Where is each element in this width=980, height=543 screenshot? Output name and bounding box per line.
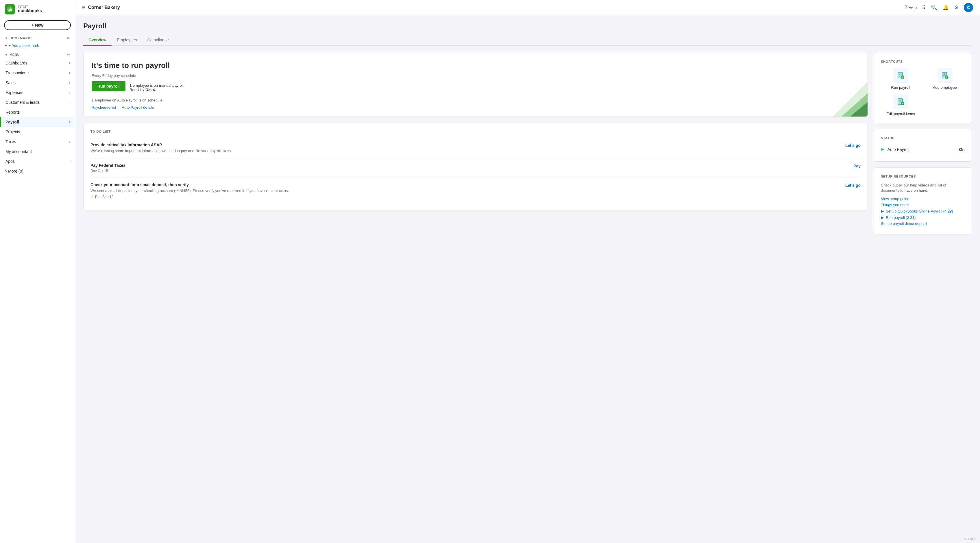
- todo-action-3[interactable]: Let's go: [845, 182, 861, 188]
- setup-video-link[interactable]: ▶ Set up QuickBooks Online Payroll (4:29…: [881, 209, 965, 213]
- notifications-icon[interactable]: 🔔: [942, 4, 949, 11]
- sidebar-item-label-reports: Reports: [5, 110, 20, 115]
- sidebar-item-expenses[interactable]: Expenses ›: [0, 88, 75, 97]
- logo-line2: quickbooks: [18, 8, 42, 13]
- chevron-down-icon: ▼: [5, 37, 8, 40]
- sidebar: qb intuit quickbooks + New ▼ BOOKMARKS ✏…: [0, 0, 75, 543]
- sidebar-item-dashboards[interactable]: Dashboards ›: [0, 58, 75, 68]
- run-payroll-button[interactable]: Run payroll: [92, 81, 126, 91]
- todo-action-1[interactable]: Let's go: [845, 143, 861, 148]
- todo-action-2[interactable]: Pay: [853, 163, 861, 168]
- todo-item-critical-tax: Provide critical tax information ASAP. W…: [91, 138, 861, 158]
- pay-schedule-label: Every Friday pay schedule: [92, 73, 859, 78]
- avatar[interactable]: C: [964, 3, 973, 12]
- intuit-footer: INTUIT: [75, 535, 980, 543]
- sidebar-item-label-customers-leads: Customers & leads: [5, 100, 40, 105]
- tab-compliance[interactable]: Compliance: [142, 35, 174, 46]
- new-button[interactable]: + New: [4, 20, 71, 30]
- sidebar-item-customers-leads[interactable]: Customers & leads ›: [0, 97, 75, 107]
- run-by-note: Run it by Oct 4.: [129, 88, 185, 92]
- direct-deposit-link[interactable]: Set up payroll direct deposit: [881, 221, 965, 226]
- sidebar-item-reports[interactable]: Reports: [0, 107, 75, 117]
- svg-rect-3: [899, 74, 901, 74]
- todo-card: TO DO LIST Provide critical tax informat…: [83, 123, 868, 211]
- help-circle-icon: ?: [905, 5, 907, 10]
- todo-item-federal-taxes: Pay Federal Taxes Due Oct 15 Pay: [91, 158, 861, 178]
- auto-payroll-details-link[interactable]: Auto Payroll details: [122, 105, 154, 110]
- help-button[interactable]: ? Help: [905, 5, 917, 10]
- sidebar-item-label-transactions: Transactions: [5, 70, 29, 75]
- apps-grid-icon[interactable]: ⠿: [922, 4, 926, 11]
- chevron-icon-apps: ›: [69, 159, 70, 163]
- shortcut-run-payroll[interactable]: $ Run payroll: [881, 68, 920, 90]
- chevron-icon-taxes: ›: [69, 140, 70, 144]
- main-area: ≡ Corner Bakery ? Help ⠿ 🔍 🔔 ⚙ C Payroll…: [75, 0, 980, 543]
- content-grid: It's time to run payroll Every Friday pa…: [83, 53, 972, 235]
- menu-toggle-icon[interactable]: ≡: [82, 4, 85, 10]
- sidebar-item-label-my-accountant: My accountant: [5, 149, 32, 154]
- things-you-need-link[interactable]: Things you need: [881, 203, 965, 207]
- add-employee-shortcut-label: Add employee: [933, 85, 957, 90]
- todo-title-2: Pay Federal Taxes: [91, 163, 850, 168]
- auto-payroll-label: Auto Payroll: [888, 147, 909, 152]
- hero-title: It's time to run payroll: [92, 61, 859, 70]
- bookmarks-section-title: BOOKMARKS: [10, 37, 33, 40]
- shortcut-add-employee[interactable]: + Add employee: [925, 68, 965, 90]
- sidebar-item-projects[interactable]: Projects: [0, 127, 75, 137]
- menu-section-header[interactable]: ▼ MENU ✏: [0, 50, 75, 58]
- auto-payroll-value: On: [959, 147, 965, 152]
- svg-point-8: [943, 73, 945, 75]
- tab-employees[interactable]: Employees: [111, 35, 142, 46]
- settings-icon[interactable]: ⚙: [954, 4, 959, 11]
- sidebar-item-label-projects: Projects: [5, 129, 20, 134]
- sidebar-item-transactions[interactable]: Transactions ›: [0, 68, 75, 78]
- todo-item-deposit: Check your account for a small deposit, …: [91, 178, 861, 204]
- status-card: STATUS ⊞ Auto Payroll On: [873, 129, 972, 162]
- add-bookmark-button[interactable]: + + Add a bookmark: [0, 41, 75, 50]
- qb-logo-icon: qb: [5, 4, 15, 14]
- sidebar-item-apps[interactable]: Apps ›: [0, 156, 75, 166]
- edit-menu-icon[interactable]: ✏: [67, 53, 70, 57]
- shortcuts-title: SHORTCUTS: [881, 60, 965, 63]
- tabs: Overview Employees Compliance: [83, 35, 972, 46]
- shortcut-edit-payroll[interactable]: ✓ Edit payroll items: [881, 94, 920, 116]
- help-label: Help: [908, 5, 917, 10]
- more-button[interactable]: > More (0): [0, 166, 75, 176]
- sidebar-item-sales[interactable]: Sales ›: [0, 78, 75, 88]
- edit-bookmarks-icon[interactable]: ✏: [67, 36, 70, 40]
- sidebar-item-my-accountant[interactable]: My accountant: [0, 146, 75, 156]
- todo-desc-3: We sent a small deposit to your checking…: [91, 188, 842, 193]
- view-setup-guide-link[interactable]: View setup guide: [881, 197, 965, 201]
- tab-overview[interactable]: Overview: [83, 35, 111, 46]
- shortcuts-card: SHORTCUTS $: [873, 53, 972, 123]
- shortcuts-grid: $ Run payroll: [881, 68, 965, 116]
- sidebar-item-taxes[interactable]: Taxes ›: [0, 137, 75, 146]
- sidebar-item-label-payroll: Payroll: [5, 120, 19, 124]
- svg-text:✓: ✓: [901, 102, 904, 105]
- auto-payroll-icon: ⊞: [881, 146, 885, 152]
- run-payroll-shortcut-label: Run payroll: [891, 85, 910, 90]
- setup-resources-title: SETUP RESOURCES: [881, 175, 965, 178]
- todo-due-3: ⚠ Due Sep 12: [91, 194, 842, 199]
- chevron-icon-transactions: ›: [69, 71, 70, 75]
- add-employee-shortcut-icon: +: [937, 68, 953, 83]
- logo-area: qb intuit quickbooks: [0, 0, 75, 19]
- warning-icon: ⚠: [91, 194, 94, 199]
- setup-resources-card: SETUP RESOURCES Check out all our help v…: [873, 167, 972, 235]
- sidebar-item-label-apps: Apps: [5, 159, 15, 164]
- sidebar-item-payroll[interactable]: Payroll ›: [0, 117, 75, 127]
- svg-rect-14: [899, 102, 900, 102]
- payroll-hero-card: It's time to run payroll Every Friday pa…: [83, 53, 868, 117]
- play-icon-1: ▶: [881, 209, 884, 213]
- run-payroll-video-link[interactable]: ▶ Run payroll (2:31),: [881, 215, 965, 220]
- bookmarks-section-header[interactable]: ▼ BOOKMARKS ✏: [0, 33, 75, 41]
- chevron-icon-customers-leads: ›: [69, 100, 70, 104]
- search-icon[interactable]: 🔍: [931, 4, 937, 11]
- paycheque-list-link[interactable]: Paycheque list: [92, 105, 116, 110]
- svg-rect-4: [899, 75, 901, 75]
- manual-payroll-note: 1 employee is on manual payroll.: [129, 83, 185, 88]
- chevron-down-icon-menu: ▼: [5, 53, 8, 56]
- todo-desc-1: We're missing some important information…: [91, 148, 842, 153]
- menu-section-title: MENU: [10, 53, 20, 56]
- chevron-icon-dashboards: ›: [69, 61, 70, 65]
